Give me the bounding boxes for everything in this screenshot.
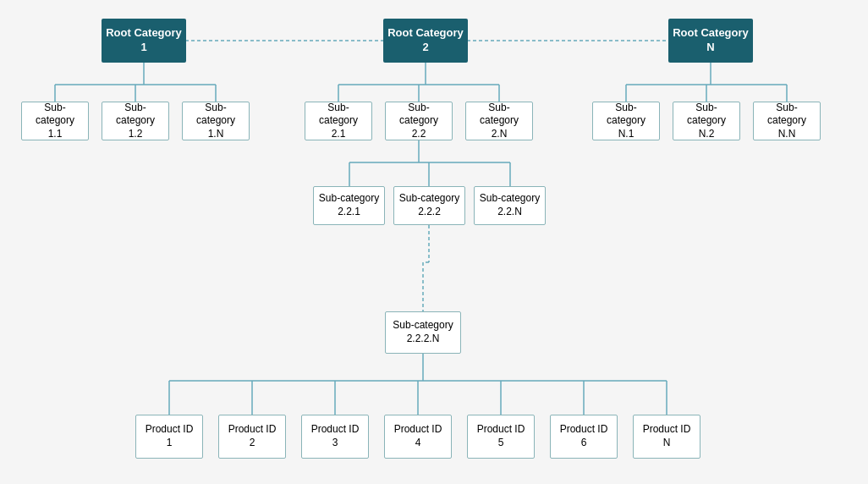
subcategory-n-1[interactable]: Sub-category N.1 [592, 102, 660, 140]
product-1[interactable]: Product ID 1 [135, 415, 203, 459]
subcategory-1-1[interactable]: Sub-category 1.1 [21, 102, 89, 140]
product-4[interactable]: Product ID 4 [384, 415, 452, 459]
product-2[interactable]: Product ID 2 [218, 415, 286, 459]
root-category-2[interactable]: Root Category 2 [383, 19, 468, 63]
product-6[interactable]: Product ID 6 [550, 415, 618, 459]
subcategory-1-n[interactable]: Sub-category 1.N [182, 102, 250, 140]
subcategory-2-2[interactable]: Sub-category 2.2 [385, 102, 453, 140]
root-category-1[interactable]: Root Category 1 [102, 19, 186, 63]
subcategory-1-2[interactable]: Sub-category 1.2 [102, 102, 169, 140]
product-5[interactable]: Product ID 5 [467, 415, 535, 459]
subcategory-2-1[interactable]: Sub-category 2.1 [305, 102, 372, 140]
subcategory-2-2-1[interactable]: Sub-category 2.2.1 [313, 186, 385, 225]
subcategory-n-2[interactable]: Sub-category N.2 [673, 102, 740, 140]
connectors-svg [0, 0, 868, 484]
root-category-n[interactable]: Root Category N [668, 19, 753, 63]
subcategory-2-2-2[interactable]: Sub-category 2.2.2 [393, 186, 465, 225]
diagram: Root Category 1 Root Category 2 Root Cat… [0, 0, 868, 484]
subcategory-2-n[interactable]: Sub-category 2.N [465, 102, 533, 140]
product-n[interactable]: Product ID N [633, 415, 700, 459]
subcategory-2-2-n[interactable]: Sub-category 2.2.N [474, 186, 546, 225]
product-3[interactable]: Product ID 3 [301, 415, 369, 459]
subcategory-n-n[interactable]: Sub-category N.N [753, 102, 821, 140]
subcategory-2-2-2-n[interactable]: Sub-category 2.2.2.N [385, 311, 461, 354]
